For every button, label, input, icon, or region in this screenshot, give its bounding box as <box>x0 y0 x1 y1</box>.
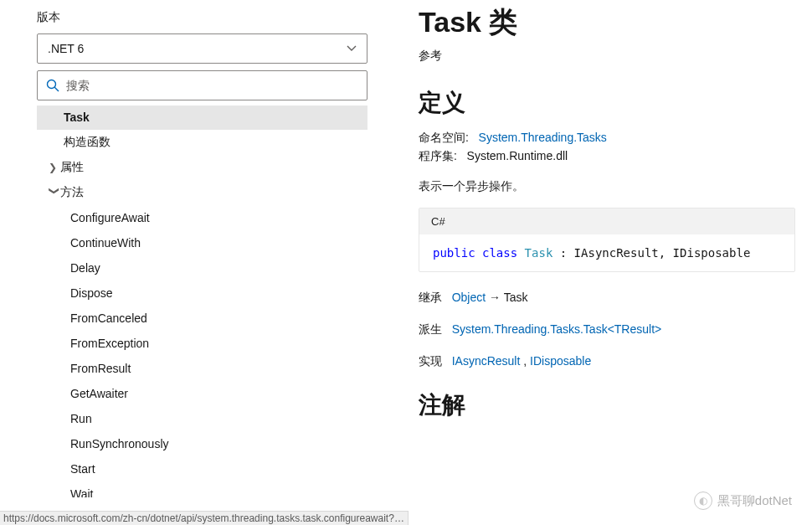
svg-point-0 <box>48 80 56 89</box>
tree-node-method[interactable]: FromCanceled <box>37 306 367 331</box>
type-description: 表示一个异步操作。 <box>419 179 795 194</box>
definition-heading: 定义 <box>419 87 795 119</box>
tree-node-label: FromResult <box>70 362 131 375</box>
tree-node-task[interactable]: Task <box>37 106 367 130</box>
assembly-row: 程序集: System.Runtime.dll <box>419 149 795 164</box>
tree-node-methods[interactable]: ❯ 方法 <box>37 180 367 205</box>
nav-tree[interactable]: Task 构造函数 ❯ 属性 ❯ 方法 ConfigureAwaitContin… <box>37 106 367 497</box>
page-title: Task 类 <box>419 3 795 42</box>
tree-node-label: 属性 <box>60 160 84 175</box>
tree-node-label: Dispose <box>70 286 113 300</box>
sidebar: 版本 .NET 6 Task 构造函数 ❯ 属性 <box>0 0 377 525</box>
tree-node-method[interactable]: ContinueWith <box>37 230 367 255</box>
tree-node-label: Delay <box>70 261 100 275</box>
assembly-value: System.Runtime.dll <box>467 149 568 162</box>
search-icon <box>46 79 59 92</box>
implements-row: 实现 IAsyncResult , IDisposable <box>419 354 795 369</box>
tree-node-method[interactable]: RunSynchronously <box>37 431 367 456</box>
tree-node-label: FromCanceled <box>70 311 147 325</box>
tree-node-label: Task <box>64 111 90 124</box>
namespace-row: 命名空间: System.Threading.Tasks <box>419 131 795 146</box>
assembly-label: 程序集: <box>419 149 457 162</box>
tree-node-method[interactable]: Run <box>37 406 367 431</box>
tree-node-method[interactable]: Dispose <box>37 281 367 306</box>
tree-node-method[interactable]: GetAwaiter <box>37 381 367 406</box>
tree-node-method[interactable]: Wait <box>37 481 367 497</box>
tree-node-label: Run <box>70 412 92 425</box>
tree-node-method[interactable]: ConfigureAwait <box>37 205 367 230</box>
tree-node-label: Wait <box>70 487 93 497</box>
tree-node-properties[interactable]: ❯ 属性 <box>37 155 367 180</box>
inheritance-label: 继承 <box>419 291 442 304</box>
watermark-text: 黑哥聊dotNet <box>717 493 792 509</box>
version-select[interactable]: .NET 6 <box>37 33 367 64</box>
svg-line-1 <box>54 87 59 91</box>
inheritance-base-link[interactable]: Object <box>452 291 486 304</box>
implements-label: 实现 <box>419 354 442 368</box>
code-body: public class Task : IAsyncResult, IDispo… <box>419 234 794 271</box>
tree-node-label: FromException <box>70 337 149 350</box>
watermark: ◐ 黑哥聊dotNet <box>694 492 792 510</box>
tree-node-label: ContinueWith <box>70 236 141 250</box>
implements-link-2[interactable]: IDisposable <box>530 354 591 368</box>
search-box[interactable] <box>37 70 367 100</box>
chevron-down-icon: ❯ <box>49 187 60 198</box>
namespace-link[interactable]: System.Threading.Tasks <box>479 131 607 144</box>
namespace-label: 命名空间: <box>419 131 469 144</box>
implements-link-1[interactable]: IAsyncResult <box>452 354 521 368</box>
tree-node-method[interactable]: FromResult <box>37 356 367 381</box>
annotations-heading: 注解 <box>419 389 795 421</box>
tree-node-label: GetAwaiter <box>70 387 128 400</box>
main-content: Task 类 参考 定义 命名空间: System.Threading.Task… <box>377 0 812 525</box>
derived-label: 派生 <box>419 322 442 336</box>
version-select-value: .NET 6 <box>48 42 84 55</box>
reference-label: 参考 <box>419 49 795 64</box>
tree-node-label: ConfigureAwait <box>70 211 150 224</box>
derived-link[interactable]: System.Threading.Tasks.Task<TResult> <box>452 322 662 336</box>
tree-node-method[interactable]: Start <box>37 456 367 481</box>
chevron-down-icon <box>347 43 357 54</box>
chevron-right-icon: ❯ <box>49 162 60 173</box>
derived-row: 派生 System.Threading.Tasks.Task<TResult> <box>419 322 795 337</box>
code-language-tab[interactable]: C# <box>419 208 794 234</box>
tree-node-label: 构造函数 <box>64 135 110 150</box>
tree-node-label: Start <box>70 462 95 476</box>
tree-node-method[interactable]: FromException <box>37 331 367 356</box>
search-input[interactable] <box>66 71 358 100</box>
tree-node-constructor[interactable]: 构造函数 <box>37 130 367 155</box>
version-heading: 版本 <box>37 10 377 25</box>
tree-node-label: RunSynchronously <box>70 437 169 450</box>
tree-node-method[interactable]: Delay <box>37 255 367 281</box>
wechat-icon: ◐ <box>694 492 712 510</box>
inheritance-row: 继承 Object → Task <box>419 291 795 306</box>
status-bar: https://docs.microsoft.com/zh-cn/dotnet/… <box>0 511 409 525</box>
inheritance-self: Task <box>504 291 528 304</box>
code-block: C# public class Task : IAsyncResult, IDi… <box>419 208 795 272</box>
tree-node-label: 方法 <box>60 185 84 200</box>
